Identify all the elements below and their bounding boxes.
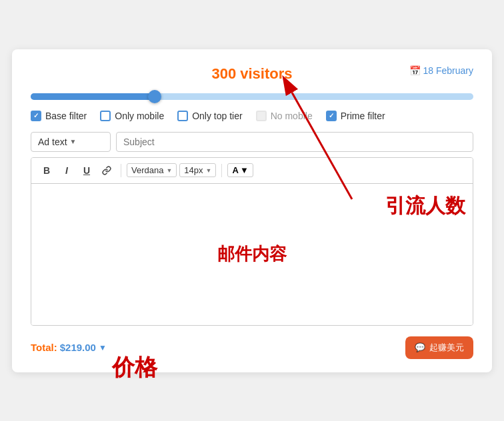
wechat-badge[interactable]: 💬 起赚美元 <box>405 336 473 359</box>
slider-track <box>31 93 473 100</box>
font-color-arrow: ▼ <box>240 165 249 175</box>
svg-line-2 <box>99 362 155 372</box>
filter-prime[interactable]: Prime filter <box>326 111 385 121</box>
total-label: Total: <box>31 342 57 353</box>
size-dropdown[interactable]: 14px ▼ <box>179 163 216 177</box>
font-dropdown[interactable]: Verdana ▼ <box>127 163 177 177</box>
slider-thumb[interactable] <box>148 90 161 103</box>
total-section: Total: $219.00 ▼ <box>31 342 107 353</box>
ad-text-dropdown[interactable]: Ad text ▼ <box>31 132 111 152</box>
filter-only-mobile[interactable]: Only mobile <box>100 111 164 121</box>
font-color-button[interactable]: A ▼ <box>227 163 253 177</box>
date-label: 📅 18 February <box>409 65 473 76</box>
italic-button[interactable]: I <box>58 162 75 179</box>
filter-base-label: Base filter <box>45 111 87 121</box>
filter-prime-label: Prime filter <box>341 111 385 121</box>
editor-toolbar: B I U Verdana ▼ 14px ▼ A ▼ <box>31 158 473 184</box>
filter-no-mobile-label: No mobile <box>271 111 313 121</box>
toolbar-sep-1 <box>121 164 121 177</box>
filter-only-top-tier[interactable]: Only top tier <box>177 111 242 121</box>
wechat-icon: 💬 <box>415 342 425 352</box>
date-text: 18 February <box>423 65 473 76</box>
calendar-icon: 📅 <box>409 65 421 76</box>
font-arrow: ▼ <box>166 167 172 174</box>
size-arrow: ▼ <box>206 167 212 174</box>
font-size: 14px <box>184 165 203 175</box>
editor-container: B I U Verdana ▼ 14px ▼ A ▼ <box>31 157 473 326</box>
filter-prime-checkbox[interactable] <box>326 111 337 121</box>
ad-text-label: Ad text <box>38 137 67 147</box>
link-button[interactable] <box>98 162 115 179</box>
font-color-letter: A <box>232 165 238 175</box>
slider-fill <box>31 93 155 100</box>
bold-button[interactable]: B <box>38 162 55 179</box>
total-dropdown-arrow[interactable]: ▼ <box>99 343 107 352</box>
email-content-annotation: 邮件内容 <box>217 242 287 266</box>
filters-row: Base filter Only mobile Only top tier No… <box>31 111 473 121</box>
filter-only-mobile-checkbox[interactable] <box>100 111 111 121</box>
toolbar-sep-2 <box>221 164 222 177</box>
footer-row: Total: $219.00 ▼ 💬 起赚美元 <box>31 336 473 359</box>
wechat-text: 起赚美元 <box>429 342 464 354</box>
filter-no-mobile: No mobile <box>256 111 313 121</box>
filter-base-checkbox[interactable] <box>31 111 41 121</box>
visitors-label: 300 visitors <box>211 65 292 83</box>
subject-input[interactable] <box>116 132 473 152</box>
filter-only-top-tier-checkbox[interactable] <box>177 111 188 121</box>
editor-body[interactable]: 邮件内容 <box>31 184 473 325</box>
filter-base[interactable]: Base filter <box>31 111 87 121</box>
filter-only-mobile-label: Only mobile <box>115 111 164 121</box>
header-row: 300 visitors 📅 18 February <box>31 65 473 83</box>
input-row: Ad text ▼ <box>31 132 473 152</box>
total-amount: $219.00 <box>60 342 96 353</box>
slider-row[interactable] <box>31 93 473 100</box>
ad-text-arrow: ▼ <box>70 138 77 145</box>
filter-only-top-tier-label: Only top tier <box>192 111 242 121</box>
underline-button[interactable]: U <box>78 162 95 179</box>
font-name: Verdana <box>131 165 163 175</box>
filter-no-mobile-checkbox <box>256 111 267 121</box>
